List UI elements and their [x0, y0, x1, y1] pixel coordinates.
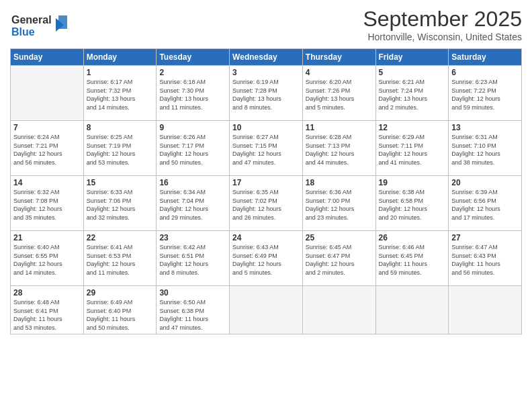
calendar-cell: 4Sunrise: 6:20 AM Sunset: 7:26 PM Daylig…: [302, 66, 375, 121]
day-info: Sunrise: 6:31 AM Sunset: 7:10 PM Dayligh…: [451, 133, 519, 167]
day-number: 26: [379, 233, 446, 242]
logo-text: General Blue: [10, 10, 71, 43]
calendar-cell: 15Sunrise: 6:33 AM Sunset: 7:06 PM Dayli…: [83, 176, 157, 231]
calendar-cell: 29Sunrise: 6:49 AM Sunset: 6:40 PM Dayli…: [83, 286, 157, 334]
day-number: 19: [379, 178, 446, 187]
day-number: 2: [159, 68, 226, 77]
header-saturday: Saturday: [449, 49, 522, 66]
day-number: 14: [13, 178, 81, 187]
day-info: Sunrise: 6:32 AM Sunset: 7:08 PM Dayligh…: [13, 188, 81, 222]
day-info: Sunrise: 6:23 AM Sunset: 7:22 PM Dayligh…: [451, 78, 519, 111]
location: Hortonville, Wisconsin, United States: [363, 32, 522, 42]
day-info: Sunrise: 6:35 AM Sunset: 7:02 PM Dayligh…: [232, 188, 300, 222]
calendar-cell: 16Sunrise: 6:34 AM Sunset: 7:04 PM Dayli…: [157, 176, 230, 231]
calendar-cell: 17Sunrise: 6:35 AM Sunset: 7:02 PM Dayli…: [230, 176, 303, 231]
day-number: 7: [13, 123, 81, 132]
day-number: 23: [159, 233, 226, 242]
header-tuesday: Tuesday: [157, 49, 230, 66]
day-info: Sunrise: 6:26 AM Sunset: 7:17 PM Dayligh…: [159, 133, 226, 167]
day-info: Sunrise: 6:27 AM Sunset: 7:15 PM Dayligh…: [232, 133, 300, 167]
logo-icon: General Blue: [10, 10, 71, 40]
calendar-cell: 21Sunrise: 6:40 AM Sunset: 6:55 PM Dayli…: [11, 231, 84, 286]
day-info: Sunrise: 6:40 AM Sunset: 6:55 PM Dayligh…: [13, 243, 81, 277]
day-info: Sunrise: 6:17 AM Sunset: 7:32 PM Dayligh…: [87, 78, 154, 111]
svg-text:Blue: Blue: [11, 26, 35, 38]
calendar-cell: 6Sunrise: 6:23 AM Sunset: 7:22 PM Daylig…: [449, 66, 522, 121]
header-monday: Monday: [83, 49, 157, 66]
calendar-cell: 8Sunrise: 6:25 AM Sunset: 7:19 PM Daylig…: [83, 121, 157, 176]
day-number: 12: [379, 123, 446, 132]
calendar-cell: 14Sunrise: 6:32 AM Sunset: 7:08 PM Dayli…: [11, 176, 84, 231]
day-info: Sunrise: 6:25 AM Sunset: 7:19 PM Dayligh…: [87, 133, 154, 167]
day-info: Sunrise: 6:39 AM Sunset: 6:56 PM Dayligh…: [451, 188, 519, 222]
header: General Blue September 2025 Hortonville,…: [10, 7, 522, 43]
day-info: Sunrise: 6:24 AM Sunset: 7:21 PM Dayligh…: [13, 133, 81, 167]
calendar-table: Sunday Monday Tuesday Wednesday Thursday…: [10, 48, 522, 334]
day-info: Sunrise: 6:29 AM Sunset: 7:11 PM Dayligh…: [379, 133, 446, 167]
calendar-cell: [375, 286, 449, 334]
day-info: Sunrise: 6:28 AM Sunset: 7:13 PM Dayligh…: [306, 133, 373, 167]
day-number: 10: [232, 123, 300, 132]
day-number: 13: [451, 123, 519, 132]
day-number: 29: [87, 288, 154, 298]
calendar-cell: 23Sunrise: 6:42 AM Sunset: 6:51 PM Dayli…: [157, 231, 230, 286]
day-info: Sunrise: 6:50 AM Sunset: 6:38 PM Dayligh…: [159, 298, 226, 332]
calendar-cell: 26Sunrise: 6:46 AM Sunset: 6:45 PM Dayli…: [375, 231, 449, 286]
calendar-cell: 5Sunrise: 6:21 AM Sunset: 7:24 PM Daylig…: [375, 66, 449, 121]
day-number: 30: [159, 288, 226, 298]
calendar-cell: 10Sunrise: 6:27 AM Sunset: 7:15 PM Dayli…: [230, 121, 303, 176]
header-friday: Friday: [375, 49, 449, 66]
day-number: 24: [232, 233, 300, 242]
calendar-cell: 11Sunrise: 6:28 AM Sunset: 7:13 PM Dayli…: [302, 121, 375, 176]
calendar-cell: 7Sunrise: 6:24 AM Sunset: 7:21 PM Daylig…: [11, 121, 84, 176]
day-number: 18: [306, 178, 373, 187]
page-container: General Blue September 2025 Hortonville,…: [0, 0, 532, 341]
day-info: Sunrise: 6:41 AM Sunset: 6:53 PM Dayligh…: [87, 243, 154, 277]
day-number: 5: [379, 68, 446, 77]
day-number: 28: [13, 288, 81, 298]
weekday-header-row: Sunday Monday Tuesday Wednesday Thursday…: [11, 49, 522, 66]
day-info: Sunrise: 6:45 AM Sunset: 6:47 PM Dayligh…: [306, 243, 373, 277]
calendar-cell: [230, 286, 303, 334]
calendar-cell: 1Sunrise: 6:17 AM Sunset: 7:32 PM Daylig…: [83, 66, 157, 121]
day-number: 6: [451, 68, 519, 77]
header-wednesday: Wednesday: [230, 49, 303, 66]
day-number: 4: [306, 68, 373, 77]
day-number: 17: [232, 178, 300, 187]
calendar-cell: [302, 286, 375, 334]
month-title: September 2025: [363, 7, 522, 32]
day-info: Sunrise: 6:43 AM Sunset: 6:49 PM Dayligh…: [232, 243, 300, 277]
day-info: Sunrise: 6:36 AM Sunset: 7:00 PM Dayligh…: [306, 188, 373, 222]
calendar-cell: 18Sunrise: 6:36 AM Sunset: 7:00 PM Dayli…: [302, 176, 375, 231]
day-info: Sunrise: 6:46 AM Sunset: 6:45 PM Dayligh…: [379, 243, 446, 277]
calendar-cell: 2Sunrise: 6:18 AM Sunset: 7:30 PM Daylig…: [157, 66, 230, 121]
calendar-cell: [11, 66, 84, 121]
day-number: 15: [87, 178, 154, 187]
day-info: Sunrise: 6:49 AM Sunset: 6:40 PM Dayligh…: [87, 298, 154, 332]
header-thursday: Thursday: [302, 49, 375, 66]
day-info: Sunrise: 6:34 AM Sunset: 7:04 PM Dayligh…: [159, 188, 226, 222]
day-info: Sunrise: 6:19 AM Sunset: 7:28 PM Dayligh…: [232, 78, 300, 111]
day-info: Sunrise: 6:33 AM Sunset: 7:06 PM Dayligh…: [87, 188, 154, 222]
calendar-cell: 22Sunrise: 6:41 AM Sunset: 6:53 PM Dayli…: [83, 231, 157, 286]
day-number: 16: [159, 178, 226, 187]
day-info: Sunrise: 6:47 AM Sunset: 6:43 PM Dayligh…: [451, 243, 519, 277]
calendar-cell: 12Sunrise: 6:29 AM Sunset: 7:11 PM Dayli…: [375, 121, 449, 176]
calendar-cell: 24Sunrise: 6:43 AM Sunset: 6:49 PM Dayli…: [230, 231, 303, 286]
calendar-cell: [449, 286, 522, 334]
calendar-cell: 20Sunrise: 6:39 AM Sunset: 6:56 PM Dayli…: [449, 176, 522, 231]
calendar-cell: 9Sunrise: 6:26 AM Sunset: 7:17 PM Daylig…: [157, 121, 230, 176]
day-number: 20: [451, 178, 519, 187]
title-block: September 2025 Hortonville, Wisconsin, U…: [363, 7, 522, 42]
calendar-cell: 19Sunrise: 6:38 AM Sunset: 6:58 PM Dayli…: [375, 176, 449, 231]
day-info: Sunrise: 6:20 AM Sunset: 7:26 PM Dayligh…: [306, 78, 373, 111]
calendar-cell: 25Sunrise: 6:45 AM Sunset: 6:47 PM Dayli…: [302, 231, 375, 286]
day-info: Sunrise: 6:18 AM Sunset: 7:30 PM Dayligh…: [159, 78, 226, 111]
day-info: Sunrise: 6:38 AM Sunset: 6:58 PM Dayligh…: [379, 188, 446, 222]
day-info: Sunrise: 6:48 AM Sunset: 6:41 PM Dayligh…: [13, 298, 81, 332]
day-number: 3: [232, 68, 300, 77]
day-number: 8: [87, 123, 154, 132]
day-number: 1: [87, 68, 154, 77]
calendar-cell: 27Sunrise: 6:47 AM Sunset: 6:43 PM Dayli…: [449, 231, 522, 286]
calendar-cell: 30Sunrise: 6:50 AM Sunset: 6:38 PM Dayli…: [157, 286, 230, 334]
